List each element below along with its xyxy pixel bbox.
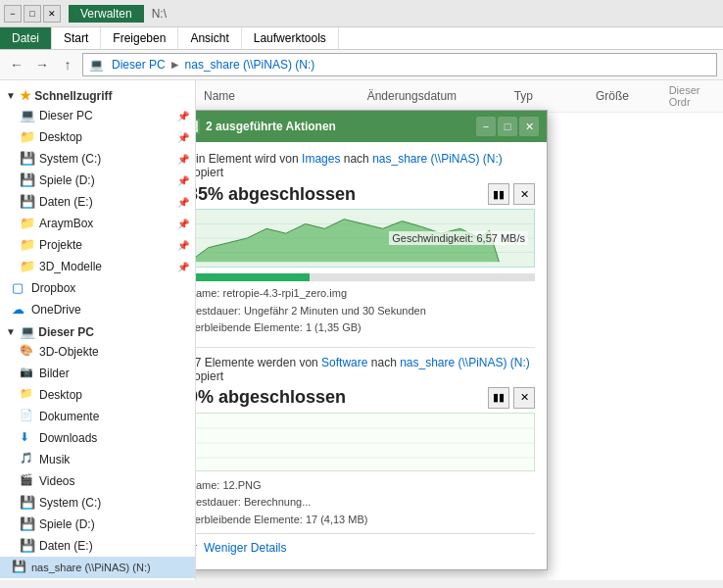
transfer1-progress-bar	[196, 273, 310, 281]
sidebar-item-dieser-pc-quick[interactable]: 💻 Dieser PC 📌	[0, 105, 195, 126]
sidebar-item-system-c-quick[interactable]: 💾 System (C:) 📌	[0, 148, 195, 170]
breadcrumb-dieser-pc[interactable]: Dieser PC	[112, 58, 166, 72]
nas-icon: 💾	[12, 560, 27, 575]
breadcrumb-nas-share[interactable]: nas_share (\\PiNAS) (N:)	[185, 58, 315, 72]
transfer2-pause-button[interactable]: ▮▮	[488, 387, 509, 409]
transfer1-name-line: Name: retropie-4.3-rpi1_zero.img	[196, 285, 535, 303]
svg-rect-0	[196, 122, 197, 131]
transfer1-meta: Name: retropie-4.3-rpi1_zero.img Restdau…	[196, 285, 535, 337]
transfer1-percent: 35% abgeschlossen ▮▮ ✕	[196, 183, 535, 205]
chevron-down-icon-2: ▼	[6, 326, 16, 337]
sidebar-item-desktop[interactable]: 📁 Desktop	[0, 384, 195, 406]
sidebar-item-spiele-d-quick[interactable]: 💾 Spiele (D:) 📌	[0, 170, 195, 191]
sidebar-item-downloads[interactable]: ⬇ Downloads	[0, 427, 195, 449]
transfer2-from-link[interactable]: Software	[321, 356, 367, 369]
sidebar-bilder-label: Bilder	[39, 367, 70, 380]
dialog-minimize-button[interactable]: −	[476, 117, 496, 136]
sidebar-projekte-label: Projekte	[39, 238, 82, 252]
transfer-section-1: Ein Element wird von Images nach nas_sha…	[196, 152, 535, 337]
folder-araym-icon: 📁	[20, 216, 35, 231]
transfer1-controls: ▮▮ ✕	[488, 183, 535, 205]
transfer1-from-link[interactable]: Images	[302, 152, 340, 166]
sidebar-item-3dmodelle[interactable]: 📁 3D_Modelle 📌	[0, 256, 195, 277]
sidebar-item-videos[interactable]: 🎬 Videos	[0, 470, 195, 492]
sidebar-item-nas[interactable]: 💾 nas_share (\\PiNAS) (N:)	[0, 557, 195, 578]
transfer1-remaining-value: 1 (1,35 GB)	[306, 321, 362, 333]
docs-icon: 📄	[20, 409, 35, 424]
title-path: N:\	[152, 7, 167, 21]
transfer2-duration-line: Restdauer: Berechnung...	[196, 494, 535, 512]
details-toggle-label: Weniger Details	[204, 541, 286, 555]
sidebar-item-musik[interactable]: 🎵 Musik	[0, 449, 195, 470]
pin-icon-3: 📌	[177, 154, 189, 165]
dialog-close-button[interactable]: ✕	[519, 117, 539, 136]
sidebar-desktop-label: Desktop	[39, 130, 82, 144]
folder-icon: 📁	[20, 129, 35, 145]
tab-datei[interactable]: Datei	[0, 27, 52, 49]
tab-laufwerktools[interactable]: Laufwerktools	[242, 27, 339, 49]
sidebar-item-onedrive[interactable]: ☁ OneDrive	[0, 299, 195, 320]
close-button[interactable]: ✕	[43, 5, 61, 23]
details-toggle-button[interactable]: ⬆ Weniger Details	[196, 533, 535, 560]
sidebar-item-daten-e[interactable]: 💾 Daten (E:)	[0, 535, 195, 557]
transfer1-duration-value: Ungefähr 2 Minuten und 30 Sekunden	[244, 305, 426, 317]
tab-ansicht[interactable]: Ansicht	[178, 27, 241, 49]
sidebar-item-araymbox[interactable]: 📁 AraymBox 📌	[0, 213, 195, 234]
sidebar-spiele-d-pc-label: Spiele (D:)	[39, 517, 95, 531]
active-tab-label: Verwalten	[69, 5, 144, 23]
sidebar-system-c-label: System (C:)	[39, 152, 101, 166]
sidebar-item-desktop-quick[interactable]: 📁 Desktop 📌	[0, 126, 195, 148]
transfer1-cancel-button[interactable]: ✕	[513, 183, 535, 205]
sidebar-item-system-c[interactable]: 💾 System (C:)	[0, 492, 195, 514]
content-area: Name Änderungsdatum Typ Größe Dieser Ord…	[196, 80, 723, 580]
ribbon-tab-list: Datei Start Freigeben Ansicht Laufwerkto…	[0, 27, 723, 49]
pin-icon-7: 📌	[177, 240, 189, 251]
minimize-button[interactable]: −	[4, 5, 22, 23]
back-button[interactable]: ←	[6, 54, 27, 75]
sidebar-item-dropbox[interactable]: ▢ Dropbox	[0, 277, 195, 299]
transfer1-pause-button[interactable]: ▮▮	[488, 183, 509, 205]
title-bar: − □ ✕ Verwalten N:\	[0, 0, 723, 27]
dialog-overlay: 2 ausgeführte Aktionen − □ ✕ Ein Element…	[196, 80, 723, 580]
sidebar-system-c-pc-label: System (C:)	[39, 496, 101, 510]
sidebar-item-spiele-d[interactable]: 💾 Spiele (D:)	[0, 514, 195, 535]
drive-e-icon-2: 💾	[20, 538, 35, 554]
title-bar-window-buttons[interactable]: − □ ✕	[4, 5, 61, 23]
drive-c-icon-2: 💾	[20, 495, 35, 511]
sidebar-nas-label: nas_share (\\PiNAS) (N:)	[31, 562, 151, 573]
sidebar-desktop-pc-label: Desktop	[39, 388, 82, 402]
dialog-title: 2 ausgeführte Aktionen	[206, 120, 476, 133]
bilder-icon: 📷	[20, 366, 35, 381]
pc-icon: 💻	[20, 108, 35, 123]
sidebar-item-bilder[interactable]: 📷 Bilder	[0, 363, 195, 384]
sidebar-item-projekte[interactable]: 📁 Projekte 📌	[0, 234, 195, 256]
sidebar-musik-label: Musik	[39, 453, 70, 466]
pin-icon-5: 📌	[177, 197, 189, 208]
sidebar-section-dieser-pc[interactable]: ▼ 💻 Dieser PC	[0, 320, 195, 341]
chevron-up-icon: ⬆	[196, 540, 200, 556]
transfer1-progress-bar-container	[196, 273, 535, 281]
transfer2-cancel-button[interactable]: ✕	[513, 387, 535, 409]
transfer2-chart	[196, 413, 535, 471]
sidebar-item-daten-e-quick[interactable]: 💾 Daten (E:) 📌	[0, 191, 195, 213]
transfer-dialog: 2 ausgeführte Aktionen − □ ✕ Ein Element…	[196, 110, 548, 570]
sidebar-onedrive-label: OneDrive	[31, 303, 81, 317]
tab-start[interactable]: Start	[52, 27, 101, 49]
sidebar-dropbox-label: Dropbox	[31, 281, 75, 295]
dialog-body: Ein Element wird von Images nach nas_sha…	[196, 142, 547, 569]
forward-button[interactable]: →	[31, 54, 53, 75]
transfer1-to-link[interactable]: nas_share (\\PiNAS) (N:)	[372, 152, 503, 166]
sidebar-item-3dobjekte[interactable]: 🎨 3D-Objekte	[0, 341, 195, 363]
dialog-icon	[196, 119, 200, 134]
folder-projekte-icon: 📁	[20, 237, 35, 253]
breadcrumb: 💻 Dieser PC ► nas_share (\\PiNAS) (N:)	[82, 53, 717, 76]
up-button[interactable]: ↑	[57, 54, 78, 75]
dialog-restore-button[interactable]: □	[498, 117, 517, 136]
restore-button[interactable]: □	[24, 5, 41, 23]
onedrive-icon: ☁	[12, 302, 27, 318]
transfer2-to-link[interactable]: nas_share (\\PiNAS) (N:)	[400, 356, 530, 369]
sidebar-item-dokumente[interactable]: 📄 Dokumente	[0, 406, 195, 427]
tab-freigeben[interactable]: Freigeben	[101, 27, 178, 49]
dropbox-icon: ▢	[12, 280, 27, 296]
sidebar-section-quick-access[interactable]: ▼ ★ Schnellzugriff	[0, 84, 195, 105]
